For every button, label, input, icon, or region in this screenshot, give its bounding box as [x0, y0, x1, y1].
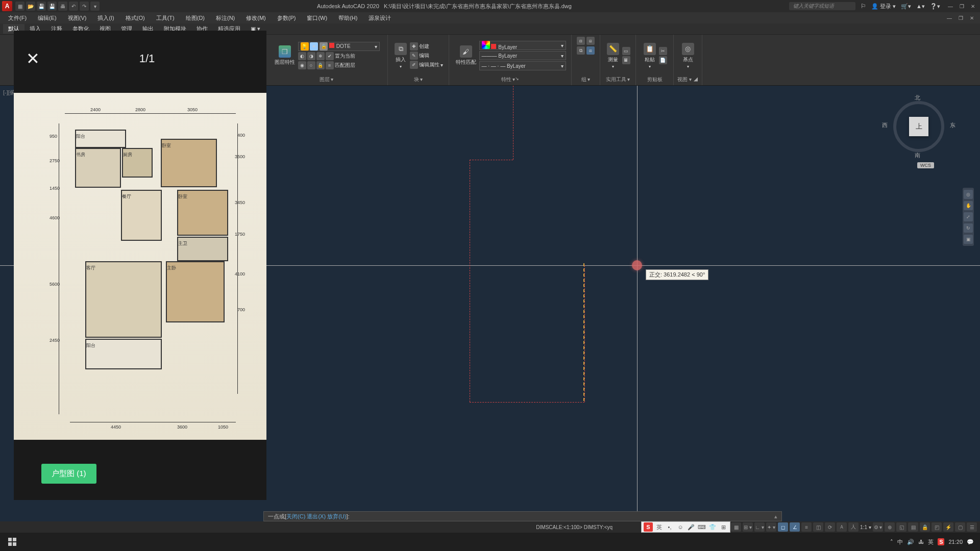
paste-button[interactable]: 📋 粘贴▾ — [643, 42, 657, 70]
doc-close-button[interactable]: ✕ — [967, 14, 977, 22]
layer-off-icon[interactable]: ○ — [307, 61, 315, 69]
navcube-west[interactable]: 西 — [882, 121, 888, 129]
qat-more-icon[interactable]: ▾ — [90, 2, 100, 11]
cycling-button[interactable]: ⟳ — [825, 522, 835, 532]
sogou-logo-icon[interactable]: S — [644, 522, 653, 532]
redo-icon[interactable]: ↷ — [80, 2, 89, 11]
wcs-label[interactable]: WCS — [917, 162, 934, 168]
layer-dropdown[interactable]: 💡 ☀ 🔓 DOTE ▾ — [298, 42, 380, 51]
color-dropdown[interactable]: ByLayer▾ — [479, 41, 566, 50]
ime-lang-button[interactable]: 英 — [654, 522, 664, 532]
transparency-button[interactable]: ◫ — [813, 522, 823, 532]
linetype-dropdown[interactable]: — · — · — ByLayer▾ — [479, 61, 566, 70]
start-button[interactable] — [2, 534, 22, 550]
lineweight-dropdown[interactable]: ——— ByLayer▾ — [479, 51, 566, 60]
zoom-extents-icon[interactable]: ⤢ — [964, 212, 973, 221]
cut-icon[interactable]: ✂ — [659, 47, 667, 55]
clean-screen-button[interactable]: ▢ — [955, 522, 965, 532]
cmd-option-exit[interactable]: 退出(X) — [307, 513, 326, 520]
polar-button[interactable]: ✦ ▾ — [766, 522, 776, 532]
view-cube[interactable]: 北 南 西 东 上 — [888, 96, 949, 157]
scale-ratio[interactable]: 1:1 — [860, 524, 867, 530]
close-button[interactable]: ✕ — [968, 2, 978, 10]
ungroup-icon[interactable]: ⧇ — [586, 37, 595, 45]
menu-format[interactable]: 格式(O) — [120, 13, 150, 23]
set-current-label[interactable]: 置为当前 — [335, 53, 355, 60]
cmd-option-close[interactable]: 关闭(C) — [286, 513, 305, 520]
showmotion-icon[interactable]: ▣ — [964, 235, 973, 244]
ime-emoji-icon[interactable]: ☺ — [676, 522, 685, 532]
edit-block-icon[interactable]: ✎ — [410, 52, 418, 60]
saveas-icon[interactable]: 💾 — [47, 2, 57, 11]
open-icon[interactable]: 📂 — [26, 2, 35, 11]
chevron-down-icon[interactable]: ▾ — [375, 44, 377, 49]
annotation-monitor-button[interactable]: ⊕ — [885, 522, 895, 532]
cmd-option-undo[interactable]: 放弃(U) — [327, 513, 346, 520]
tray-network-icon[interactable]: 🖧 — [918, 539, 924, 545]
grid-button[interactable]: ⊞ ▾ — [743, 522, 753, 532]
layer-on-icon[interactable]: ◉ — [298, 61, 306, 69]
menu-window[interactable]: 窗口(W) — [302, 13, 332, 23]
save-icon[interactable]: 💾 — [37, 2, 46, 11]
menu-dimension[interactable]: 标注(N) — [211, 13, 240, 23]
navcube-north[interactable]: 北 — [915, 94, 920, 102]
ime-toolbar[interactable]: S 英 •, ☺ 🎤 ⌨ 👕 ⊞ — [641, 521, 730, 533]
match-properties-button[interactable]: 🖌 特性匹配 — [455, 44, 477, 67]
navcube-top-face[interactable]: 上 — [909, 117, 928, 136]
plot-icon[interactable]: 🖶 — [58, 2, 67, 11]
new-icon[interactable]: ▦ — [15, 2, 24, 11]
help-icon[interactable]: ❔▾ — [930, 3, 940, 10]
undo-icon[interactable]: ↶ — [69, 2, 78, 11]
layer-freeze-icon[interactable]: ❄ — [316, 52, 325, 60]
menu-view[interactable]: 视图(V) — [63, 13, 92, 23]
insert-block-button[interactable]: ⧉ 插入▾ — [394, 42, 408, 70]
match-layer-icon[interactable]: ≡ — [326, 61, 334, 69]
layer-properties-button[interactable]: ❒ 图层特性 — [274, 44, 296, 67]
layer-iso-icon[interactable]: ◑ — [307, 52, 315, 60]
tray-ime1[interactable]: 中 — [897, 538, 903, 546]
app-exchange-icon[interactable]: ▲▾ — [916, 3, 925, 10]
layer-lock-icon[interactable]: 🔒 — [316, 61, 325, 69]
measure-button[interactable]: 📏 测量▾ — [606, 42, 620, 70]
steering-wheel-icon[interactable]: ◎ — [964, 190, 973, 199]
tray-volume-icon[interactable]: 🔊 — [907, 539, 914, 545]
menu-file[interactable]: 文件(F) — [3, 13, 32, 23]
select-all-icon[interactable]: ▭ — [622, 47, 630, 55]
ime-skin-icon[interactable]: 👕 — [708, 522, 717, 532]
edit-attr-label[interactable]: 编辑属性 — [419, 61, 439, 68]
menu-help[interactable]: 帮助(H) — [333, 13, 362, 23]
tray-notifications-icon[interactable]: 💬 — [967, 539, 974, 545]
ortho-button[interactable]: ∟ ▾ — [754, 522, 765, 532]
customize-button[interactable]: ☰ — [967, 522, 977, 532]
menu-edit[interactable]: 编辑(E) — [33, 13, 62, 23]
user-icon[interactable]: 👤 登录 ▾ — [871, 3, 896, 10]
floorplan-button[interactable]: 户型图 (1) — [41, 464, 96, 484]
quick-properties-button[interactable]: ▤ — [908, 522, 918, 532]
menu-parametric[interactable]: 参数(P) — [272, 13, 301, 23]
layer-state-icon[interactable]: ◐ — [298, 52, 306, 60]
workspace-button[interactable]: ⚙ ▾ — [873, 522, 883, 532]
ime-voice-icon[interactable]: 🎤 — [687, 522, 696, 532]
close-icon[interactable]: ✕ — [26, 49, 40, 68]
menu-yqarch[interactable]: 源泉设计 — [363, 13, 396, 23]
tray-ime2[interactable]: 英 — [928, 538, 934, 546]
command-line[interactable]: 一点或[ 关闭(C) 退出(X) 放弃(U) ]: ▴ — [263, 511, 782, 521]
group-edit-icon[interactable]: ⧉ — [577, 46, 585, 55]
doc-minimize-button[interactable]: — — [944, 14, 954, 22]
create-label[interactable]: 创建 — [419, 43, 429, 50]
match-layer-label[interactable]: 匹配图层 — [335, 62, 355, 69]
units-button[interactable]: ◱ — [896, 522, 906, 532]
lock-ui-button[interactable]: 🔒 — [920, 522, 930, 532]
tray-sogou-icon[interactable]: S — [938, 538, 944, 545]
pan-icon[interactable]: ✋ — [964, 201, 973, 210]
menu-modify[interactable]: 修改(M) — [241, 13, 271, 23]
navcube-east[interactable]: 东 — [950, 121, 955, 129]
cart-icon[interactable]: 🛒▾ — [901, 3, 911, 10]
minimize-button[interactable]: — — [945, 2, 955, 10]
ime-punct-icon[interactable]: •, — [665, 522, 674, 532]
tray-clock[interactable]: 21:20 — [948, 539, 963, 545]
annoscale-button[interactable]: Ａ — [837, 522, 847, 532]
edit-label[interactable]: 编辑 — [419, 52, 429, 59]
copy-icon[interactable]: 📄 — [659, 56, 667, 64]
hardware-accel-button[interactable]: ⚡ — [943, 522, 953, 532]
